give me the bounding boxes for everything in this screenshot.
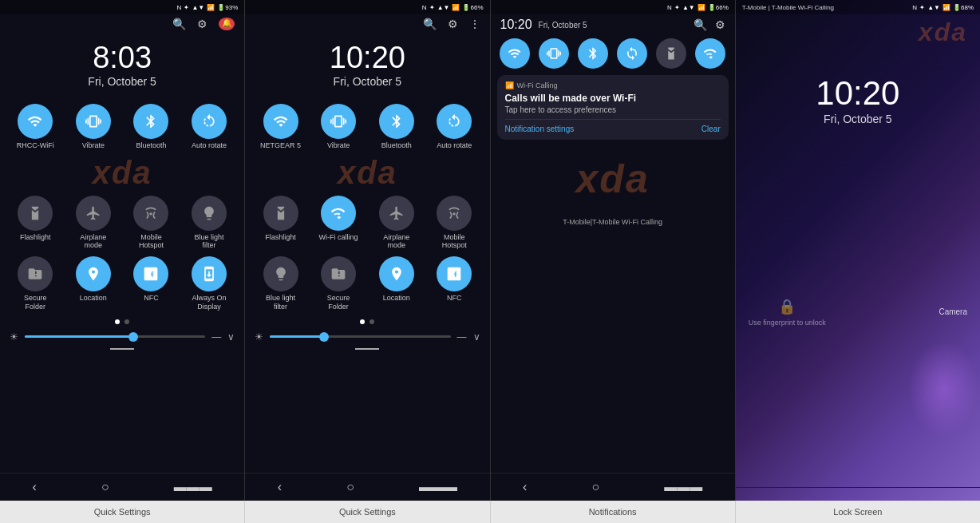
toggle-flashlight-s1[interactable]: Flashlight [13, 196, 57, 251]
brightness-track-s2[interactable] [270, 335, 450, 338]
lock-fingerprint[interactable]: 🔒 Use fingerprint to unlock [749, 298, 826, 327]
toggle-bluelight-s2[interactable]: Blue light filter [259, 256, 303, 311]
more-icon-2[interactable]: ⋮ [469, 18, 480, 30]
notif-clear-btn[interactable]: Clear [701, 125, 721, 133]
toggle-hotspot-s2[interactable]: Mobile Hotspot [432, 196, 476, 251]
toggle-wificall-s2[interactable]: Wi-Fi calling [316, 196, 361, 251]
notif-title: Calls will be made over Wi-Fi [505, 93, 721, 104]
chevron-down-s1[interactable]: ∨ [227, 331, 235, 343]
clock-time-1: 8:03 [0, 42, 244, 75]
notif-settings-btn[interactable]: Notification settings [505, 125, 575, 133]
status-icons-2: N ✦ ▲▼ 📶 🔋66% [422, 4, 484, 11]
toggle-aod-s1[interactable]: Always On Display [187, 256, 231, 311]
securefolder-icon-s1 [18, 256, 53, 291]
back-button-s2[interactable]: ‹ [278, 480, 282, 494]
location-icon-s1 [76, 256, 111, 291]
settings-icon-2[interactable]: ⚙ [448, 18, 458, 30]
toggle-bluetooth-s1[interactable]: Bluetooth [128, 104, 173, 150]
toggle-vibrate-s2[interactable]: Vibrate [316, 104, 361, 150]
dot-active-s1 [115, 319, 120, 324]
strip-bluetooth[interactable] [578, 38, 608, 69]
dot-inactive-s1 [124, 319, 129, 324]
toggle-location-s2[interactable]: Location [374, 256, 419, 311]
home-button-s3[interactable]: ○ [591, 480, 599, 494]
vibrate-label-s1: Vibrate [82, 141, 105, 150]
airplane-icon-s1 [76, 196, 111, 231]
toggle-airplane-s2[interactable]: Airplane mode [374, 196, 419, 251]
lock-clock-date: Fri, October 5 [736, 113, 980, 125]
xda-watermark-s3: xda [491, 143, 735, 215]
notif-settings-icon[interactable]: ⚙ [715, 18, 725, 31]
bluelight-icon-s2 [263, 256, 298, 291]
strip-wifi[interactable] [500, 38, 530, 69]
page-dots-s1 [0, 315, 244, 327]
toggle-location-s1[interactable]: Location [71, 256, 116, 311]
quick-toggles-row1-s2: NETGEAR 5 Vibrate Bluetooth Auto rotate [245, 101, 489, 153]
dot-active-s2 [360, 319, 365, 324]
toggle-autorotate-s2[interactable]: Auto rotate [432, 104, 476, 150]
recents-button-s2[interactable]: ▬▬▬ [419, 480, 457, 494]
securefolder-label-s2: Secure Folder [316, 294, 361, 311]
wifi-icon-s2 [263, 104, 298, 139]
screen-quick-settings-2: N ✦ ▲▼ 📶 🔋66% 🔍 ⚙ ⋮ 10:20 Fri, October 5… [245, 0, 490, 501]
brightness-icon-s2: ☀ [255, 331, 263, 343]
camera-shortcut[interactable]: Camera [939, 307, 967, 316]
toggle-bluetooth-s2[interactable]: Bluetooth [374, 104, 419, 150]
search-icon-1[interactable]: 🔍 [172, 18, 186, 30]
toggle-nfc-s2[interactable]: NFC [432, 256, 476, 311]
toggle-autorotate-s1[interactable]: Auto rotate [187, 104, 231, 150]
aod-label-s1: Always On Display [187, 294, 231, 311]
toggle-airplane-s1[interactable]: Airplane mode [71, 196, 116, 251]
strip-flashlight[interactable] [656, 38, 686, 69]
toggle-vibrate-s1[interactable]: Vibrate [71, 104, 116, 150]
notif-time-area: 10:20 Fri, October 5 [500, 18, 587, 32]
autorotate-icon-s2 [437, 104, 472, 139]
toggle-securefolder-s2[interactable]: Secure Folder [316, 256, 361, 311]
brightness-max-s1: — [211, 331, 221, 343]
back-button-s3[interactable]: ‹ [523, 480, 527, 494]
drag-handle-s1 [110, 348, 134, 350]
recents-button-s1[interactable]: ▬▬▬ [174, 480, 212, 494]
status-bar-1: N ✦ ▲▼ 📶 🔋93% [0, 0, 244, 14]
toggle-flashlight-s2[interactable]: Flashlight [259, 196, 303, 251]
brightness-fill-s2 [270, 335, 324, 338]
airplane-icon-s2 [379, 196, 414, 231]
caption-2: Quick Settings [245, 501, 490, 523]
strip-sync[interactable] [617, 38, 647, 69]
toggle-wifi-s2[interactable]: NETGEAR 5 [259, 104, 303, 150]
bluelight-icon-s1 [192, 196, 227, 231]
toggle-nfc-s1[interactable]: NFC [128, 256, 173, 311]
strip-wificall[interactable] [695, 38, 725, 69]
notif-card: 📶 Wi-Fi Calling Calls will be made over … [497, 75, 729, 140]
brightness-bar-s1[interactable]: ☀ — ∨ [0, 327, 244, 347]
status-icons-3: N ✦ ▲▼ 📶 🔋66% [667, 4, 729, 11]
caption-3: Notifications [491, 501, 736, 523]
recents-button-s3[interactable]: ▬▬▬ [664, 480, 702, 494]
aod-icon-s1 [192, 256, 227, 291]
toggle-wifi-s1[interactable]: RHCC-WiFi [13, 104, 57, 150]
toggle-hotspot-s1[interactable]: Mobile Hotspot [128, 196, 173, 251]
nfc-label-s2: NFC [447, 294, 462, 303]
notification-icon-1[interactable]: 🔔 [219, 18, 235, 30]
top-actions-1: 🔍 ⚙ 🔔 [0, 14, 244, 34]
back-button-s1[interactable]: ‹ [33, 480, 37, 494]
home-button-s1[interactable]: ○ [101, 480, 109, 494]
notif-header: 10:20 Fri, October 5 🔍 ⚙ [491, 14, 735, 35]
brightness-bar-s2[interactable]: ☀ — ∨ [245, 327, 489, 347]
strip-vibrate[interactable] [539, 38, 569, 69]
xda-watermark-s4: xda [736, 14, 980, 50]
toggle-securefolder-s1[interactable]: Secure Folder [13, 256, 57, 311]
settings-icon-1[interactable]: ⚙ [197, 18, 207, 30]
quick-toggles-row2-s1: Flashlight Airplane mode Mobile Hotspot … [0, 192, 244, 254]
notif-search-icon[interactable]: 🔍 [694, 18, 707, 31]
brightness-thumb-s2 [319, 332, 329, 342]
status-icons-1: N ✦ ▲▼ 📶 🔋93% [177, 4, 239, 11]
search-icon-2[interactable]: 🔍 [423, 18, 437, 30]
toggle-bluelight-s1[interactable]: Blue light filter [187, 196, 231, 251]
chevron-down-s2[interactable]: ∨ [473, 331, 480, 343]
clock-date-1: Fri, October 5 [0, 75, 244, 88]
home-button-s2[interactable]: ○ [346, 480, 354, 494]
flashlight-label-s2: Flashlight [265, 233, 296, 242]
brightness-track-s1[interactable] [25, 335, 205, 338]
camera-label: Camera [939, 307, 967, 316]
